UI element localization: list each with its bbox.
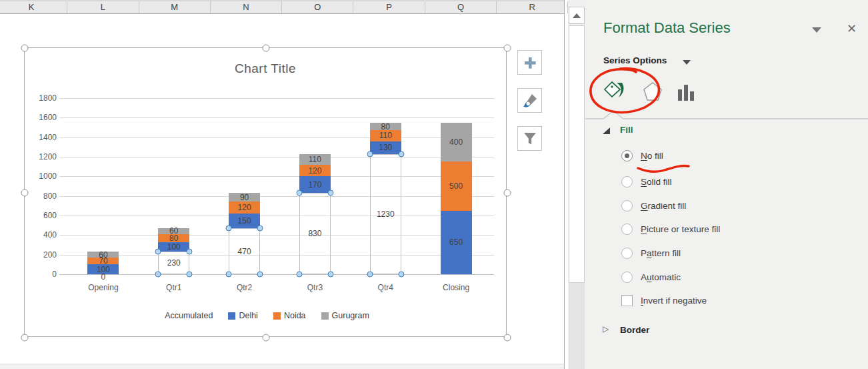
border-section-header[interactable]: Border [620,325,649,335]
fill-expand-icon[interactable] [603,127,610,134]
y-axis-label: 1400 [26,133,57,142]
series-selection-handle[interactable] [257,272,263,278]
fill-option-label-gradient-fill[interactable]: Gradient fill [641,201,686,211]
x-axis-label-qtr3: Qtr3 [280,283,351,292]
column-header-P[interactable]: P [354,1,425,13]
radio-picture-or-texture-fill[interactable] [621,224,633,235]
scroll-up-button[interactable] [569,7,585,24]
fill-option-gradient-fill[interactable]: Gradient fill [621,200,686,212]
column-header-L[interactable]: L [67,1,139,13]
chart-selection-handle[interactable] [21,190,29,197]
radio-gradient-fill[interactable] [621,200,633,212]
series-selection-handle[interactable] [398,151,404,157]
series-selection-handle[interactable] [367,272,373,278]
pane-menu-caret-icon[interactable] [812,27,821,33]
column-header-R[interactable]: R [497,1,568,13]
scrollbar-thumb[interactable] [569,25,585,283]
tab-effects[interactable] [642,81,663,102]
series-selection-handle[interactable] [296,272,302,278]
data-label-noida: 120 [299,167,331,175]
gridline [59,98,494,99]
data-label-noida: 120 [229,204,260,212]
fill-option-label-automatic[interactable]: Automatic [641,272,681,282]
gridline [59,235,494,236]
series-selection-handle[interactable] [226,272,232,278]
legend-item-accumulated[interactable]: Accumulated [161,311,213,320]
x-axis-label-closing: Closing [421,283,491,292]
fill-option-label-pattern-fill[interactable]: Pattern fill [641,248,681,258]
chart-selection-handle[interactable] [504,334,511,342]
chart-object[interactable]: Chart Title 0200400600800100012001400160… [24,47,507,337]
series-selection-handle[interactable] [327,190,333,196]
series-selection-handle[interactable] [155,272,161,278]
series-selection-handle[interactable] [187,272,193,278]
y-axis-label: 200 [26,250,57,260]
radio-pattern-fill[interactable] [621,248,633,259]
gridline [59,137,494,138]
chart-filters-button[interactable] [517,126,542,151]
radio-solid-fill[interactable] [621,176,633,188]
column-header-Q[interactable]: Q [425,1,497,13]
legend-item-noida[interactable]: Noida [273,311,306,320]
fill-option-picture-or-texture-fill[interactable]: Picture or texture fill [621,223,720,235]
chart-styles-button[interactable] [517,88,542,113]
column-header-K[interactable]: K [0,1,67,13]
y-axis-label: 0 [26,270,57,279]
column-header-O[interactable]: O [282,1,353,13]
series-selection-handle[interactable] [187,249,193,255]
gridline [59,176,494,177]
data-label-delhi: 150 [229,217,260,225]
invert-if-negative-label[interactable]: Invert if negative [641,296,707,306]
series-selection-handle[interactable] [226,226,232,232]
fill-option-no-fill[interactable]: No fill [621,149,663,161]
series-options-dropdown-icon[interactable] [683,60,691,65]
data-label-accumulated: 0 [87,273,119,281]
invert-if-negative-checkbox[interactable] [621,295,633,306]
invert-if-negative-option[interactable]: Invert if negative [621,294,707,306]
series-selection-handle[interactable] [398,272,404,278]
chart-selection-handle[interactable] [504,190,511,197]
scrollbar-track[interactable] [569,283,585,369]
data-label-accumulated: 230 [158,259,189,267]
chart-selection-handle[interactable] [504,45,511,52]
data-label-gurugram: 400 [441,138,472,146]
chart-selection-handle[interactable] [263,334,270,342]
radio-no-fill[interactable] [621,150,633,161]
chart-selection-handle[interactable] [263,45,270,52]
x-axis-label-qtr4: Qtr4 [350,283,421,292]
legend-label: Noida [284,311,306,320]
series-selection-handle[interactable] [367,151,373,157]
fill-option-label-no-fill[interactable]: No fill [641,151,663,161]
chart-title[interactable]: Chart Title [25,61,506,76]
series-selection-handle[interactable] [155,249,161,255]
fill-section-header[interactable]: Fill [620,125,633,135]
chart-selection-handle[interactable] [21,45,29,52]
legend-item-gurugram[interactable]: Gurugram [321,311,369,320]
legend-item-delhi[interactable]: Delhi [228,311,258,320]
chart-selection-handle[interactable] [21,334,29,342]
series-selection-handle[interactable] [257,226,263,232]
tab-fill-and-line[interactable] [602,79,627,104]
fill-option-label-solid-fill[interactable]: Solid fill [641,177,672,187]
fill-option-automatic[interactable]: Automatic [621,271,681,283]
tab-series-options[interactable] [677,83,695,101]
gridline [59,157,494,157]
fill-option-solid-fill[interactable]: Solid fill [621,175,672,188]
column-header-M[interactable]: M [139,1,211,13]
fill-option-pattern-fill[interactable]: Pattern fill [621,247,681,259]
series-selection-handle[interactable] [296,190,302,196]
gridline [59,216,494,216]
bar-chart-icon [677,83,695,101]
radio-automatic[interactable] [621,272,633,283]
chart-elements-button[interactable] [517,50,542,75]
data-label-noida: 500 [441,182,472,190]
series-selection-handle[interactable] [327,272,333,278]
pane-close-button[interactable]: ✕ [847,21,857,36]
border-expand-icon[interactable]: ▷ [603,324,609,334]
data-label-accumulated: 830 [299,230,331,238]
scroll-up-arrow-icon [573,13,581,18]
column-header-N[interactable]: N [211,1,282,13]
format-data-series-pane: Format Data Series ✕ Series Options [585,0,868,369]
fill-option-label-picture-or-texture-fill[interactable]: Picture or texture fill [641,224,720,234]
vertical-scrollbar[interactable] [568,0,585,369]
